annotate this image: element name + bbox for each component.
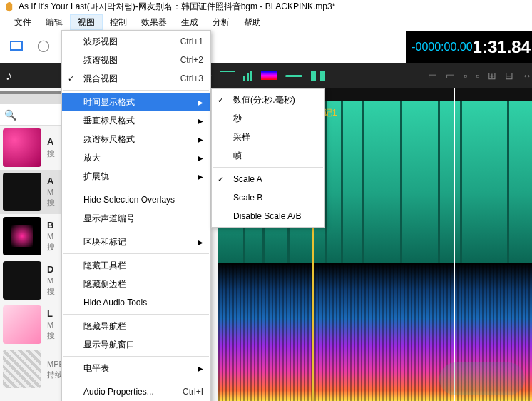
menu-item-label: Hide Audio Tools — [83, 298, 147, 308]
tool-icon-5[interactable]: ⊞ — [488, 70, 496, 81]
menu-编辑[interactable]: 编辑 — [39, 14, 70, 30]
list-item-text: DM搜 — [47, 261, 55, 300]
submenu-item-label: 帧 — [233, 150, 242, 162]
list-item-title: A — [47, 176, 55, 186]
thumbnail — [3, 305, 41, 344]
menu-item-区块和标记[interactable]: 区块和标记▶ — [62, 233, 210, 251]
check-icon: ✓ — [218, 96, 224, 105]
menu-item-时间显示格式[interactable]: 时间显示格式▶ — [62, 93, 210, 111]
shelf-icon[interactable] — [220, 71, 235, 81]
submenu-arrow-icon: ▶ — [198, 365, 203, 372]
underline-icon[interactable] — [285, 75, 302, 77]
list-item-sub2: 搜 — [47, 242, 55, 253]
list-item-sub2: 搜 — [47, 330, 55, 341]
menu-item-label: 波形视图 — [83, 36, 118, 48]
menu-item-Hide Audio Tools[interactable]: Hide Audio Tools — [62, 293, 210, 312]
menu-shortcut: Ctrl+I — [168, 387, 203, 397]
tool-icon-2[interactable]: ▭ — [446, 70, 455, 81]
waveform-spike — [460, 88, 462, 263]
music-note-icon[interactable]: ♪ — [6, 68, 12, 83]
menu-item-label: 区块和标记 — [83, 236, 126, 248]
menu-item-电平表[interactable]: 电平表▶ — [62, 359, 210, 377]
submenu-item-label: Scale B — [233, 193, 262, 203]
submenu-item-Scale A[interactable]: ✓Scale A — [212, 170, 324, 188]
menu-shortcut: Ctrl+2 — [166, 55, 203, 65]
thumbnail — [3, 217, 41, 255]
menu-item-label: 扩展轨 — [83, 171, 109, 183]
thumbnail — [3, 128, 41, 167]
menu-item-垂直标尺格式[interactable]: 垂直标尺格式▶ — [62, 111, 210, 130]
menu-item-Audio Properties...[interactable]: Audio Properties...Ctrl+I — [62, 382, 210, 401]
menu-item-显示声道编号[interactable]: 显示声道编号 — [62, 209, 210, 228]
menu-separator — [63, 230, 209, 230]
menu-item-频谱视图[interactable]: 频谱视图Ctrl+2 — [62, 51, 210, 69]
menu-item-label: Hide Selection Overlays — [83, 195, 175, 205]
tool-icon-1[interactable]: ▭ — [428, 70, 437, 81]
menu-控制[interactable]: 控制 — [103, 14, 134, 30]
app-icon — [4, 2, 14, 12]
menu-shortcut: Ctrl+1 — [166, 36, 203, 46]
menu-item-放大[interactable]: 放大▶ — [62, 148, 210, 167]
timecode-display: -0000:00.00 1:31.84 — [406, 31, 532, 63]
menu-效果器[interactable]: 效果器 — [134, 14, 174, 30]
waveform-spike — [507, 88, 509, 263]
submenu-arrow-icon: ▶ — [198, 136, 203, 143]
submenu-item-帧[interactable]: 帧 — [212, 146, 324, 165]
menu-文件[interactable]: 文件 — [7, 14, 39, 30]
waveform-spike — [400, 88, 402, 263]
menu-视图[interactable]: 视图 — [70, 14, 103, 30]
submenu-item-label: 数值(分:秒.毫秒) — [233, 94, 295, 106]
view-menu-dropdown: 波形视图Ctrl+1频谱视图Ctrl+2✓混合视图Ctrl+3时间显示格式▶垂直… — [61, 30, 211, 401]
menu-item-label: 显示导航窗口 — [83, 339, 135, 351]
search-icon[interactable]: 🔍 — [4, 109, 16, 121]
tool-icon-3[interactable]: ▫ — [464, 70, 467, 81]
tool-icon-4[interactable]: ▫ — [476, 70, 479, 81]
check-icon: ✓ — [68, 74, 74, 83]
stepper-icon[interactable] — [311, 71, 325, 81]
menu-item-label: 隐藏工具栏 — [83, 260, 126, 272]
menu-item-隐藏导航栏[interactable]: 隐藏导航栏 — [62, 317, 210, 335]
selection-tool-icon[interactable] — [10, 41, 23, 51]
menu-item-隐藏侧边栏[interactable]: 隐藏侧边栏 — [62, 275, 210, 293]
tool-icon-7[interactable]: ↔ — [522, 70, 532, 81]
menu-item-label: 垂直标尺格式 — [83, 115, 135, 127]
menu-生成[interactable]: 生成 — [174, 14, 205, 30]
menu-item-label: 显示声道编号 — [83, 213, 135, 225]
menu-item-显示导航窗口[interactable]: 显示导航窗口 — [62, 335, 210, 354]
submenu-item-Disable Scale A/B[interactable]: Disable Scale A/B — [212, 207, 324, 225]
submenu-arrow-icon: ▶ — [198, 154, 203, 162]
submenu-item-秒[interactable]: 秒 — [212, 109, 324, 128]
list-item-title: A — [47, 136, 55, 147]
menu-shortcut: Ctrl+3 — [166, 73, 203, 83]
tool-icon-6[interactable]: ⊟ — [505, 70, 513, 81]
waveform-spike — [341, 88, 343, 263]
menu-item-Hide Selection Overlays[interactable]: Hide Selection Overlays — [62, 191, 210, 209]
timecode-pos: 1:31.84 — [473, 37, 531, 57]
submenu-item-数值(分:秒.毫秒)[interactable]: ✓数值(分:秒.毫秒) — [212, 91, 324, 109]
title-bar: As If It's Your Last(마지막처럼)-网友别名：韩国证件照抖音… — [0, 0, 532, 14]
submenu-arrow-icon: ▶ — [198, 173, 203, 181]
waveform-spike — [362, 88, 364, 263]
list-item-text: BM搜 — [47, 217, 55, 255]
menu-separator — [63, 90, 209, 91]
submenu-item-采样[interactable]: 采样 — [212, 128, 324, 146]
menu-separator — [63, 253, 209, 254]
circle-tool-icon[interactable]: ◯ — [37, 39, 50, 52]
menu-item-频谱标尺格式[interactable]: 频谱标尺格式▶ — [62, 130, 210, 148]
menu-分析[interactable]: 分析 — [205, 14, 237, 30]
spectrum-icon[interactable] — [261, 71, 277, 80]
menu-item-混合视图[interactable]: ✓混合视图Ctrl+3 — [62, 69, 210, 88]
levels-icon[interactable] — [243, 71, 252, 81]
submenu-item-Scale B[interactable]: Scale B — [212, 188, 324, 207]
menu-item-扩展轨[interactable]: 扩展轨▶ — [62, 167, 210, 186]
list-item-sub: 搜 — [47, 148, 55, 159]
playhead[interactable] — [454, 88, 455, 401]
menu-帮助[interactable]: 帮助 — [237, 14, 268, 30]
submenu-arrow-icon: ▶ — [198, 98, 203, 106]
menu-item-隐藏工具栏[interactable]: 隐藏工具栏 — [62, 256, 210, 275]
menu-item-波形视图[interactable]: 波形视图Ctrl+1 — [62, 32, 210, 51]
timecode-neg: -0000:00.00 — [411, 41, 472, 54]
menu-item-label: 频谱视图 — [83, 54, 118, 66]
list-item-sub: M — [47, 320, 55, 329]
check-icon: ✓ — [218, 175, 224, 184]
